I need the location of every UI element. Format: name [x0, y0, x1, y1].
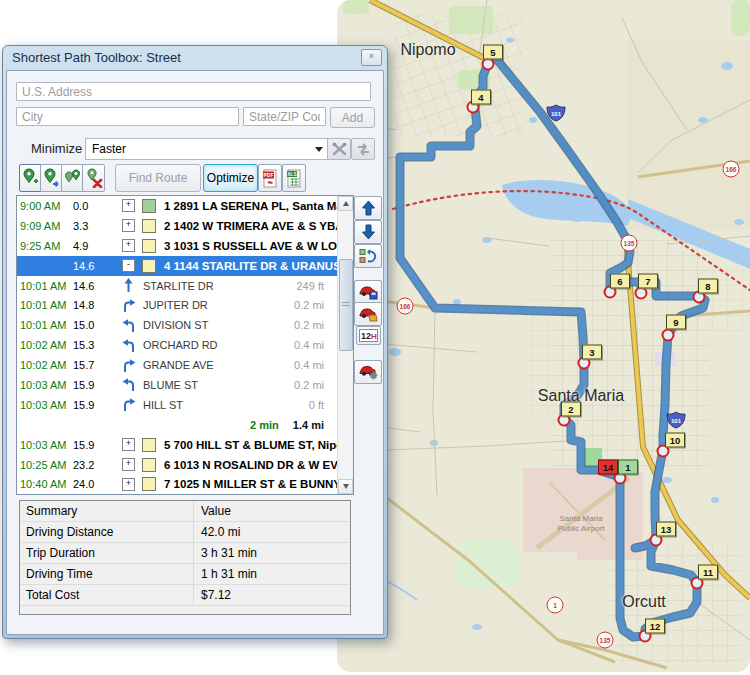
- cumulative-distance: 15.9: [73, 399, 108, 411]
- cumulative-distance: 23.2: [73, 459, 108, 471]
- find-stops-icon[interactable]: [61, 164, 84, 192]
- cumulative-distance: 15.9: [73, 379, 108, 391]
- cumulative-distance: 4.9: [73, 240, 108, 252]
- svg-text:101: 101: [551, 111, 562, 117]
- route-stop-row[interactable]: 10:40 AM24.0+7 1025 N MILLER ST & E BUNN…: [17, 474, 338, 494]
- map-marker-13[interactable]: 13: [656, 522, 676, 537]
- route-stop-row[interactable]: 14.6-4 1144 STARLITE DR & URANUS: [17, 256, 338, 276]
- open-route-icon[interactable]: [354, 302, 382, 326]
- export-pdf-icon[interactable]: PDF: [258, 164, 282, 192]
- expand-icon[interactable]: +: [122, 199, 135, 212]
- scrollbar-thumb[interactable]: [339, 259, 353, 351]
- map-marker-8[interactable]: 8: [698, 279, 718, 294]
- summary-header: Summary: [20, 501, 194, 521]
- cumulative-distance: 14.6: [73, 260, 108, 272]
- map-marker-4[interactable]: 4: [471, 90, 491, 105]
- route-stop-icon[interactable]: [40, 164, 63, 192]
- reorder-stops-icon[interactable]: [354, 244, 382, 268]
- turn-straight-icon: [122, 278, 136, 293]
- route-stop-row[interactable]: 9:00 AM0.0+1 2891 LA SERENA PL, Santa Ma…: [17, 196, 338, 216]
- turn-right-icon: [122, 358, 136, 373]
- map-marker-5[interactable]: 5: [483, 45, 503, 60]
- route-step-row[interactable]: 10:01 AM14.6STARLITE DR249 ft: [17, 276, 338, 296]
- find-route-button[interactable]: Find Route: [115, 164, 201, 192]
- route-step-row[interactable]: 10:03 AM15.9BLUME ST0.2 mi: [17, 375, 338, 395]
- close-icon[interactable]: ×: [361, 49, 382, 66]
- shortest-path-toolbox-window: Shortest Path Toolbox: Street × Add Mini…: [2, 45, 388, 639]
- summary-header-row: SummaryValue: [20, 501, 350, 522]
- street-name: JUPITER DR: [143, 299, 208, 311]
- route-options-icon[interactable]: [354, 360, 382, 384]
- us-address-input[interactable]: [16, 82, 371, 101]
- swap-route-icon[interactable]: [351, 138, 375, 160]
- route-step-row[interactable]: 10:01 AM14.8JUPITER DR0.2 mi: [17, 295, 338, 315]
- route-list-scrollbar[interactable]: [337, 196, 353, 494]
- arrival-time: 9:00 AM: [17, 200, 73, 212]
- route-list: 9:00 AM0.0+1 2891 LA SERENA PL, Santa Ma…: [16, 195, 354, 495]
- cumulative-distance: 0.0: [73, 200, 108, 212]
- map-marker-3[interactable]: 3: [582, 345, 602, 360]
- route-stop-row[interactable]: 10:03 AM15.9+5 700 HILL ST & BLUME ST, N…: [17, 435, 338, 455]
- city-input[interactable]: [16, 107, 239, 126]
- map-marker-2[interactable]: 2: [561, 402, 581, 417]
- map-marker-7[interactable]: 7: [638, 274, 658, 289]
- expand-icon[interactable]: +: [122, 458, 135, 471]
- route-stop-row[interactable]: 9:25 AM4.9+3 1031 S RUSSELL AVE & W LOS: [17, 236, 338, 256]
- turn-left-icon: [122, 338, 136, 353]
- summary-row: Driving Distance42.0 mi: [20, 522, 350, 543]
- segment-length: 0.2 mi: [294, 319, 324, 331]
- stop-color-swatch: [142, 259, 156, 273]
- stop-description: 3 1031 S RUSSELL AVE & W LOS: [164, 240, 338, 252]
- minimize-label: Minimize: [31, 141, 82, 156]
- optimize-button[interactable]: Optimize: [203, 164, 258, 192]
- titlebar[interactable]: Shortest Path Toolbox: Street ×: [3, 46, 387, 69]
- export-excel-icon[interactable]: XLS: [282, 164, 306, 192]
- map-canvas[interactable]: NipomoSanta MariaOrcuttSanta MariaPublic…: [337, 0, 750, 672]
- move-up-icon[interactable]: [354, 196, 382, 220]
- svg-text:H: H: [371, 332, 377, 341]
- scroll-down-icon[interactable]: [338, 479, 353, 494]
- expand-icon[interactable]: +: [122, 219, 135, 232]
- map-marker-1[interactable]: 1: [618, 460, 638, 475]
- route-step-row[interactable]: 10:03 AM15.9HILL ST0 ft: [17, 395, 338, 415]
- stop-description: 7 1025 N MILLER ST & E BUNNY: [164, 478, 338, 490]
- map-marker-14[interactable]: 14: [598, 460, 618, 475]
- segment-length: 0.2 mi: [294, 379, 324, 391]
- state-zip-input[interactable]: [243, 107, 326, 126]
- segment-length: 0.2 mi: [294, 299, 324, 311]
- expand-icon[interactable]: +: [122, 438, 135, 451]
- delete-stops-icon[interactable]: [82, 164, 105, 192]
- turn-left-icon: [122, 318, 136, 333]
- route-stop-row[interactable]: 9:09 AM3.3+2 1402 W TRIMERA AVE & S YBA: [17, 216, 338, 236]
- add-button[interactable]: Add: [330, 107, 375, 128]
- map-marker-6[interactable]: 6: [610, 274, 630, 289]
- route-step-row[interactable]: 10:01 AM15.0DIVISION ST0.2 mi: [17, 315, 338, 335]
- expand-icon[interactable]: +: [122, 478, 135, 491]
- summary-value: 3 h 31 min: [194, 546, 257, 560]
- save-route-icon[interactable]: [354, 280, 382, 304]
- map-marker-9[interactable]: 9: [666, 315, 686, 330]
- dialog-client: Add Minimize Faster Find Route Optimize …: [6, 70, 384, 635]
- map-marker-12[interactable]: 12: [645, 619, 665, 634]
- route-stop-row[interactable]: 10:25 AM23.2+6 1013 N ROSALIND DR & W EV: [17, 455, 338, 475]
- route-step-row[interactable]: 10:02 AM15.3ORCHARD RD0.4 mi: [17, 335, 338, 355]
- summary-metric: Total Cost: [20, 585, 194, 605]
- street-name: DIVISION ST: [143, 319, 208, 331]
- expand-icon[interactable]: +: [122, 239, 135, 252]
- collapse-icon[interactable]: -: [122, 259, 135, 272]
- map-marker-10[interactable]: 10: [665, 433, 685, 448]
- stop-description: 2 1402 W TRIMERA AVE & S YBA: [164, 220, 338, 232]
- time-format-12h-icon[interactable]: 12H: [356, 326, 381, 345]
- route-subtotal-row[interactable]: 2 min1.4 mi: [17, 415, 338, 435]
- summary-metric: Driving Time: [20, 564, 194, 584]
- route-tools-icon[interactable]: [327, 138, 351, 160]
- stop-description: 5 700 HILL ST & BLUME ST, Nipo: [164, 439, 338, 451]
- summary-table: SummaryValueDriving Distance42.0 miTrip …: [19, 500, 351, 615]
- move-down-icon[interactable]: [354, 220, 382, 244]
- window-title: Shortest Path Toolbox: Street: [12, 50, 361, 65]
- scroll-up-icon[interactable]: [338, 196, 353, 211]
- add-stop-icon[interactable]: [19, 164, 42, 192]
- map-marker-11[interactable]: 11: [698, 565, 718, 580]
- route-step-row[interactable]: 10:02 AM15.7GRANDE AVE0.4 mi: [17, 355, 338, 375]
- minimize-select[interactable]: Faster: [85, 138, 330, 160]
